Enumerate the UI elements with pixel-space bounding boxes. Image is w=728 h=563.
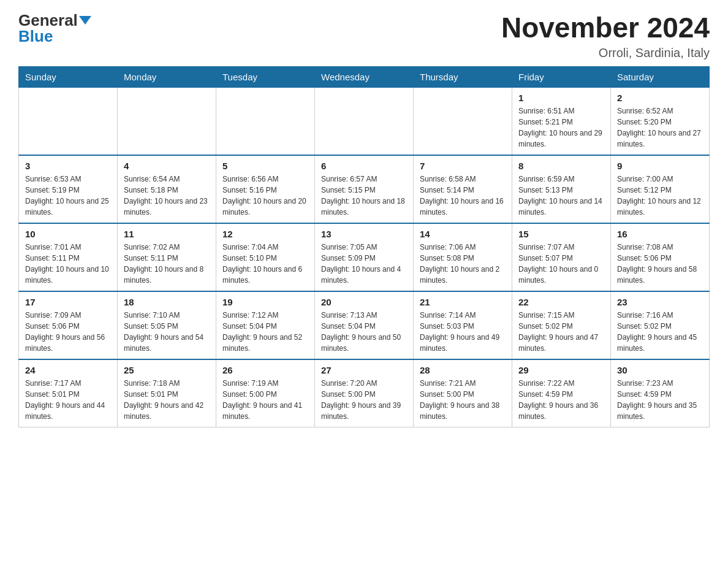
- day-info: Sunrise: 6:54 AM Sunset: 5:18 PM Dayligh…: [124, 174, 210, 218]
- day-number: 26: [222, 365, 308, 375]
- calendar-cell: 7Sunrise: 6:58 AM Sunset: 5:14 PM Daylig…: [414, 155, 512, 223]
- day-number: 10: [25, 229, 111, 239]
- calendar-cell: 19Sunrise: 7:12 AM Sunset: 5:04 PM Dayli…: [216, 291, 315, 359]
- day-number: 13: [321, 229, 407, 239]
- title-section: November 2024 Orroli, Sardinia, Italy: [501, 12, 710, 60]
- logo: General Blue: [18, 12, 91, 44]
- calendar-cell: 13Sunrise: 7:05 AM Sunset: 5:09 PM Dayli…: [315, 223, 414, 291]
- day-number: 9: [617, 161, 703, 171]
- calendar-week-2: 3Sunrise: 6:53 AM Sunset: 5:19 PM Daylig…: [19, 155, 710, 223]
- day-number: 3: [25, 161, 111, 171]
- day-number: 19: [222, 297, 308, 307]
- day-info: Sunrise: 7:23 AM Sunset: 4:59 PM Dayligh…: [617, 378, 703, 422]
- calendar-cell: 24Sunrise: 7:17 AM Sunset: 5:01 PM Dayli…: [19, 359, 118, 427]
- calendar-cell: 9Sunrise: 7:00 AM Sunset: 5:12 PM Daylig…: [611, 155, 710, 223]
- day-header-monday: Monday: [118, 66, 216, 87]
- day-number: 18: [124, 297, 210, 307]
- calendar-cell: [414, 87, 512, 155]
- day-number: 23: [617, 297, 703, 307]
- day-number: 5: [222, 161, 308, 171]
- month-title: November 2024: [501, 12, 710, 44]
- calendar-cell: 12Sunrise: 7:04 AM Sunset: 5:10 PM Dayli…: [216, 223, 315, 291]
- calendar-cell: 14Sunrise: 7:06 AM Sunset: 5:08 PM Dayli…: [414, 223, 512, 291]
- day-info: Sunrise: 6:59 AM Sunset: 5:13 PM Dayligh…: [518, 174, 604, 218]
- calendar-cell: 16Sunrise: 7:08 AM Sunset: 5:06 PM Dayli…: [611, 223, 710, 291]
- day-number: 20: [321, 297, 407, 307]
- day-number: 16: [617, 229, 703, 239]
- day-info: Sunrise: 7:18 AM Sunset: 5:01 PM Dayligh…: [124, 378, 210, 422]
- day-info: Sunrise: 7:14 AM Sunset: 5:03 PM Dayligh…: [420, 310, 506, 354]
- day-info: Sunrise: 7:15 AM Sunset: 5:02 PM Dayligh…: [518, 310, 604, 354]
- day-info: Sunrise: 7:07 AM Sunset: 5:07 PM Dayligh…: [518, 242, 604, 286]
- calendar-cell: 26Sunrise: 7:19 AM Sunset: 5:00 PM Dayli…: [216, 359, 315, 427]
- calendar-week-5: 24Sunrise: 7:17 AM Sunset: 5:01 PM Dayli…: [19, 359, 710, 427]
- day-header-saturday: Saturday: [611, 66, 710, 87]
- day-number: 22: [518, 297, 604, 307]
- day-number: 29: [518, 365, 604, 375]
- day-info: Sunrise: 7:16 AM Sunset: 5:02 PM Dayligh…: [617, 310, 703, 354]
- day-number: 12: [222, 229, 308, 239]
- calendar-week-3: 10Sunrise: 7:01 AM Sunset: 5:11 PM Dayli…: [19, 223, 710, 291]
- calendar-table: SundayMondayTuesdayWednesdayThursdayFrid…: [18, 66, 710, 427]
- calendar-cell: [19, 87, 118, 155]
- day-info: Sunrise: 7:08 AM Sunset: 5:06 PM Dayligh…: [617, 242, 703, 286]
- day-info: Sunrise: 7:10 AM Sunset: 5:05 PM Dayligh…: [124, 310, 210, 354]
- calendar-cell: 30Sunrise: 7:23 AM Sunset: 4:59 PM Dayli…: [611, 359, 710, 427]
- day-number: 17: [25, 297, 111, 307]
- location-text: Orroli, Sardinia, Italy: [501, 46, 710, 60]
- calendar-cell: 6Sunrise: 6:57 AM Sunset: 5:15 PM Daylig…: [315, 155, 414, 223]
- day-number: 11: [124, 229, 210, 239]
- day-info: Sunrise: 6:53 AM Sunset: 5:19 PM Dayligh…: [25, 174, 111, 218]
- day-info: Sunrise: 7:06 AM Sunset: 5:08 PM Dayligh…: [420, 242, 506, 286]
- day-info: Sunrise: 6:52 AM Sunset: 5:20 PM Dayligh…: [617, 105, 703, 150]
- day-number: 2: [617, 93, 703, 103]
- calendar-cell: 2Sunrise: 6:52 AM Sunset: 5:20 PM Daylig…: [611, 87, 710, 155]
- calendar-cell: [315, 87, 414, 155]
- day-header-sunday: Sunday: [19, 66, 118, 87]
- day-number: 7: [420, 161, 506, 171]
- day-info: Sunrise: 6:51 AM Sunset: 5:21 PM Dayligh…: [518, 105, 604, 150]
- day-number: 6: [321, 161, 407, 171]
- day-header-thursday: Thursday: [414, 66, 512, 87]
- day-number: 28: [420, 365, 506, 375]
- calendar-cell: 1Sunrise: 6:51 AM Sunset: 5:21 PM Daylig…: [512, 87, 611, 155]
- days-of-week-row: SundayMondayTuesdayWednesdayThursdayFrid…: [19, 66, 710, 87]
- calendar-cell: 27Sunrise: 7:20 AM Sunset: 5:00 PM Dayli…: [315, 359, 414, 427]
- day-info: Sunrise: 7:21 AM Sunset: 5:00 PM Dayligh…: [420, 378, 506, 422]
- day-number: 4: [124, 161, 210, 171]
- day-info: Sunrise: 7:02 AM Sunset: 5:11 PM Dayligh…: [124, 242, 210, 286]
- calendar-cell: [118, 87, 216, 155]
- calendar-cell: 21Sunrise: 7:14 AM Sunset: 5:03 PM Dayli…: [414, 291, 512, 359]
- day-header-wednesday: Wednesday: [315, 66, 414, 87]
- day-number: 27: [321, 365, 407, 375]
- logo-triangle-icon: [79, 16, 91, 25]
- day-info: Sunrise: 6:58 AM Sunset: 5:14 PM Dayligh…: [420, 174, 506, 218]
- day-header-friday: Friday: [512, 66, 611, 87]
- day-info: Sunrise: 7:00 AM Sunset: 5:12 PM Dayligh…: [617, 174, 703, 218]
- logo-general-text: General: [18, 12, 78, 28]
- calendar-cell: 11Sunrise: 7:02 AM Sunset: 5:11 PM Dayli…: [118, 223, 216, 291]
- day-info: Sunrise: 7:09 AM Sunset: 5:06 PM Dayligh…: [25, 310, 111, 354]
- calendar-cell: 23Sunrise: 7:16 AM Sunset: 5:02 PM Dayli…: [611, 291, 710, 359]
- day-info: Sunrise: 7:13 AM Sunset: 5:04 PM Dayligh…: [321, 310, 407, 354]
- day-info: Sunrise: 6:56 AM Sunset: 5:16 PM Dayligh…: [222, 174, 308, 218]
- day-info: Sunrise: 7:19 AM Sunset: 5:00 PM Dayligh…: [222, 378, 308, 422]
- day-number: 21: [420, 297, 506, 307]
- calendar-cell: 29Sunrise: 7:22 AM Sunset: 4:59 PM Dayli…: [512, 359, 611, 427]
- calendar-cell: 4Sunrise: 6:54 AM Sunset: 5:18 PM Daylig…: [118, 155, 216, 223]
- day-info: Sunrise: 7:22 AM Sunset: 4:59 PM Dayligh…: [518, 378, 604, 422]
- day-info: Sunrise: 7:20 AM Sunset: 5:00 PM Dayligh…: [321, 378, 407, 422]
- calendar-body: 1Sunrise: 6:51 AM Sunset: 5:21 PM Daylig…: [19, 87, 710, 427]
- day-info: Sunrise: 7:04 AM Sunset: 5:10 PM Dayligh…: [222, 242, 308, 286]
- calendar-cell: 15Sunrise: 7:07 AM Sunset: 5:07 PM Dayli…: [512, 223, 611, 291]
- day-number: 25: [124, 365, 210, 375]
- calendar-cell: 20Sunrise: 7:13 AM Sunset: 5:04 PM Dayli…: [315, 291, 414, 359]
- calendar-cell: 22Sunrise: 7:15 AM Sunset: 5:02 PM Dayli…: [512, 291, 611, 359]
- calendar-cell: [216, 87, 315, 155]
- day-number: 8: [518, 161, 604, 171]
- calendar-cell: 5Sunrise: 6:56 AM Sunset: 5:16 PM Daylig…: [216, 155, 315, 223]
- calendar-header: SundayMondayTuesdayWednesdayThursdayFrid…: [19, 66, 710, 87]
- day-info: Sunrise: 6:57 AM Sunset: 5:15 PM Dayligh…: [321, 174, 407, 218]
- calendar-cell: 18Sunrise: 7:10 AM Sunset: 5:05 PM Dayli…: [118, 291, 216, 359]
- calendar-cell: 28Sunrise: 7:21 AM Sunset: 5:00 PM Dayli…: [414, 359, 512, 427]
